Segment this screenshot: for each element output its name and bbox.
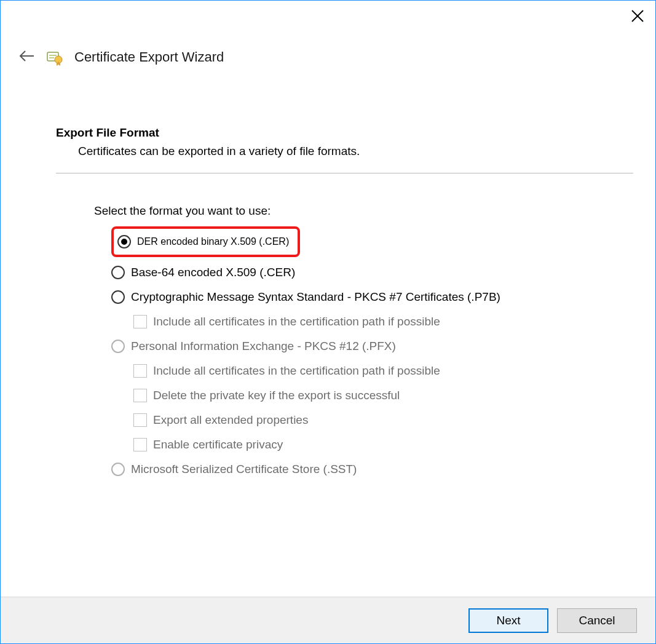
checkbox-pfx-delete xyxy=(133,389,147,402)
svg-rect-4 xyxy=(49,55,57,56)
checkbox-pfx-privacy xyxy=(133,438,147,451)
svg-rect-5 xyxy=(49,57,54,58)
cancel-button[interactable]: Cancel xyxy=(557,608,637,633)
checkbox-pfx-include-label: Include all certificates in the certific… xyxy=(153,364,440,378)
radio-sst xyxy=(111,463,125,476)
radio-p7b-label: Cryptographic Message Syntax Standard - … xyxy=(131,290,500,304)
check-row-pfx-include: Include all certificates in the certific… xyxy=(133,364,633,378)
radio-row-sst: Microsoft Serialized Certificate Store (… xyxy=(111,463,633,476)
radio-row-base64[interactable]: Base-64 encoded X.509 (.CER) xyxy=(111,266,633,279)
highlight-annotation: DER encoded binary X.509 (.CER) xyxy=(111,226,300,257)
checkbox-p7b-include-label: Include all certificates in the certific… xyxy=(153,315,440,328)
radio-p7b[interactable] xyxy=(111,290,125,304)
radio-base64[interactable] xyxy=(111,266,125,279)
format-prompt: Select the format you want to use: xyxy=(94,204,633,218)
radio-row-p7b[interactable]: Cryptographic Message Syntax Standard - … xyxy=(111,290,633,304)
close-button[interactable] xyxy=(631,9,644,23)
checkbox-pfx-delete-label: Delete the private key if the export is … xyxy=(153,389,400,402)
checkbox-pfx-privacy-label: Enable certificate privacy xyxy=(153,438,283,451)
radio-pfx xyxy=(111,340,125,353)
checkbox-pfx-include xyxy=(133,364,147,378)
format-options: DER encoded binary X.509 (.CER) Base-64 … xyxy=(111,226,633,476)
radio-der[interactable] xyxy=(117,235,131,248)
arrow-left-icon xyxy=(18,49,35,63)
check-row-pfx-delete: Delete the private key if the export is … xyxy=(133,389,633,402)
wizard-footer: Next Cancel xyxy=(1,597,655,643)
radio-row-pfx: Personal Information Exchange - PKCS #12… xyxy=(111,340,633,353)
radio-pfx-label: Personal Information Exchange - PKCS #12… xyxy=(131,340,396,353)
radio-base64-label: Base-64 encoded X.509 (.CER) xyxy=(131,266,295,279)
section-description: Certificates can be exported in a variet… xyxy=(78,145,633,158)
radio-sst-label: Microsoft Serialized Certificate Store (… xyxy=(131,463,357,476)
next-button[interactable]: Next xyxy=(468,608,548,633)
back-button[interactable] xyxy=(18,49,35,65)
divider xyxy=(56,173,633,173)
certificate-wizard-icon xyxy=(46,49,63,66)
checkbox-pfx-extprops xyxy=(133,413,147,427)
check-row-pfx-privacy: Enable certificate privacy xyxy=(133,438,633,451)
wizard-title: Certificate Export Wizard xyxy=(74,49,224,65)
check-row-pfx-extprops: Export all extended properties xyxy=(133,413,633,427)
wizard-content: Export File Format Certificates can be e… xyxy=(56,126,633,487)
radio-der-label: DER encoded binary X.509 (.CER) xyxy=(137,236,289,247)
checkbox-p7b-include xyxy=(133,315,147,328)
checkbox-pfx-extprops-label: Export all extended properties xyxy=(153,413,308,427)
section-heading: Export File Format xyxy=(56,126,633,140)
check-row-p7b-include: Include all certificates in the certific… xyxy=(133,315,633,328)
close-icon xyxy=(631,9,644,23)
wizard-header: Certificate Export Wizard xyxy=(18,49,224,66)
